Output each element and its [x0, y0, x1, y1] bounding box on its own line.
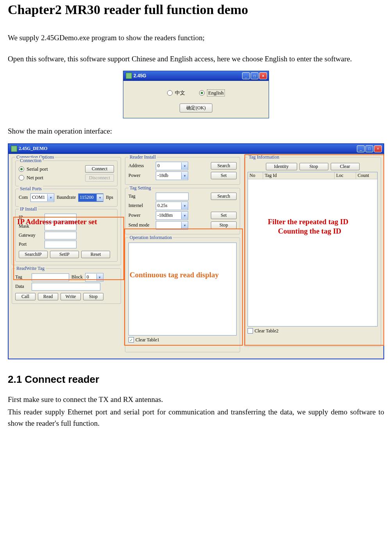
ts-power-value: -18dBm	[157, 212, 173, 218]
app-icon	[11, 146, 17, 152]
paragraph-2: Open this software, this software suppor…	[8, 50, 384, 68]
ts-tag-label: Tag	[128, 193, 153, 199]
ts-sendmode-select[interactable]: ▾	[156, 221, 188, 230]
ip-install-legend: IP Install	[19, 206, 38, 212]
radio-net-port[interactable]: Net port	[19, 175, 83, 181]
address-select[interactable]: 0 ▾	[156, 162, 188, 170]
chevron-down-icon: ▾	[181, 202, 188, 209]
paragraph-4: First make sure to connect the TX and RX…	[8, 394, 384, 405]
connect-button[interactable]: Connect	[85, 165, 114, 173]
com-value: COM1	[32, 195, 45, 200]
ts-internel-select[interactable]: 0.25s ▾	[156, 202, 188, 210]
stop-button[interactable]: Stop	[83, 293, 103, 300]
tag-label: Tag	[15, 274, 29, 280]
chevron-down-icon: ▾	[96, 194, 103, 201]
maximize-icon[interactable]: □	[365, 145, 373, 152]
radio-chinese-label: 中文	[175, 89, 185, 96]
port-label: Port	[19, 241, 42, 247]
power-select[interactable]: -18db ▾	[156, 171, 188, 180]
ts-set-button[interactable]: Set	[211, 212, 237, 219]
demo-window: 2.45G_DEMO _ □ × Connection Options Conn…	[8, 143, 384, 359]
address-label: Address	[128, 163, 153, 169]
reader-install-legend: Reader Install	[128, 154, 157, 160]
clear-table1-checkbox[interactable]: ✓	[128, 337, 134, 343]
radio-serial-port[interactable]: Serial port	[19, 166, 83, 172]
chevron-down-icon: ▾	[181, 212, 188, 219]
address-value: 0	[157, 163, 160, 169]
language-window-titlebar[interactable]: 2.45G _ □ ×	[123, 71, 269, 81]
clear-table1-label: Clear Table1	[135, 337, 159, 343]
data-label: Data	[15, 284, 29, 289]
paragraph-3: Show the main operation interface:	[8, 122, 384, 140]
tag-information-group: Tag Information Identity Stop Clear No T…	[244, 157, 381, 347]
maximize-icon[interactable]: □	[251, 72, 258, 79]
ts-search-button[interactable]: Search	[211, 193, 237, 200]
paragraph-5: This reader supply Ethernet port and ser…	[8, 407, 384, 429]
connection-options-group: Connection Options Connection Serial por…	[12, 157, 121, 265]
ts-internel-label: Internel	[128, 203, 153, 209]
radio-icon-selected	[199, 90, 205, 96]
clear-table2-label: Clear Table2	[255, 328, 278, 334]
data-input[interactable]	[32, 283, 100, 291]
search-button[interactable]: Search	[211, 162, 237, 170]
ts-power-select[interactable]: -18dBm ▾	[156, 211, 188, 220]
search-ip-button[interactable]: SearchIP	[19, 251, 48, 258]
minimize-icon[interactable]: _	[357, 145, 365, 152]
chevron-down-icon: ▾	[181, 162, 188, 170]
radio-english-label: English	[207, 89, 225, 96]
ts-power-label: Power	[128, 212, 153, 218]
tag-stop-button[interactable]: Stop	[299, 163, 328, 170]
identity-button[interactable]: Identity	[266, 163, 297, 170]
radio-icon	[19, 175, 24, 180]
power-value: -18db	[157, 173, 168, 179]
ts-stop-button[interactable]: Stop	[211, 221, 237, 229]
set-ip-button[interactable]: SetIP	[50, 251, 79, 258]
read-button[interactable]: Read	[38, 293, 58, 300]
bps-label: Bps	[106, 195, 113, 200]
baud-value: 115200	[80, 195, 94, 200]
radio-net-label: Net port	[27, 175, 43, 181]
minimize-icon[interactable]: _	[242, 72, 250, 79]
tag-input[interactable]	[32, 273, 69, 281]
tag-table[interactable]: No Tag Id Loc Count	[248, 172, 378, 327]
operation-info-legend: Operation Information	[128, 235, 173, 241]
ip-input[interactable]	[45, 214, 77, 221]
clear-button[interactable]: Clear	[331, 163, 360, 170]
demo-titlebar[interactable]: 2.45G_DEMO _ □ ×	[9, 144, 383, 154]
paragraph-1: We supply 2.45GDemo.exe program to show …	[8, 29, 384, 47]
radio-icon	[167, 90, 173, 96]
ip-label: IP	[19, 214, 42, 220]
gateway-input[interactable]	[45, 232, 77, 239]
com-select[interactable]: COM1 ▾	[30, 193, 54, 202]
operation-table[interactable]	[128, 243, 237, 336]
radio-english[interactable]: English	[199, 89, 225, 96]
connection-legend: Connection	[19, 158, 43, 164]
call-button[interactable]: Call	[15, 293, 36, 300]
disconnect-button: Disconnect	[85, 174, 114, 182]
readwrite-tag-group: ReadWrite Tag Tag Block 0 ▾ Data	[12, 268, 121, 304]
block-select[interactable]: 0 ▾	[85, 273, 103, 282]
language-window: 2.45G _ □ × 中文 English 确定(OK)	[123, 71, 269, 118]
write-button[interactable]: Write	[61, 293, 81, 300]
ok-button[interactable]: 确定(OK)	[180, 104, 212, 112]
radio-serial-label: Serial port	[27, 166, 48, 172]
serial-ports-legend: Serial Ports	[19, 186, 43, 192]
port-input[interactable]	[45, 241, 77, 248]
mask-label: Mask	[19, 223, 42, 229]
demo-title: 2.45G_DEMO	[19, 146, 48, 152]
gateway-label: Gateway	[19, 232, 42, 238]
reset-button[interactable]: Reset	[81, 251, 110, 258]
ts-internel-value: 0.25s	[157, 203, 167, 209]
ts-tag-input[interactable]	[156, 193, 189, 200]
baud-select[interactable]: 115200 ▾	[78, 193, 103, 202]
radio-icon-selected	[19, 166, 24, 172]
chevron-down-icon: ▾	[181, 172, 188, 179]
close-icon[interactable]: ×	[259, 72, 267, 79]
language-window-title: 2.45G	[134, 73, 146, 79]
clear-table2-checkbox[interactable]	[248, 328, 253, 334]
mask-input[interactable]	[45, 223, 77, 230]
close-icon[interactable]: ×	[374, 145, 382, 152]
set-button[interactable]: Set	[211, 172, 237, 179]
radio-chinese[interactable]: 中文	[167, 89, 185, 96]
baud-label: Baundrate	[57, 195, 76, 200]
